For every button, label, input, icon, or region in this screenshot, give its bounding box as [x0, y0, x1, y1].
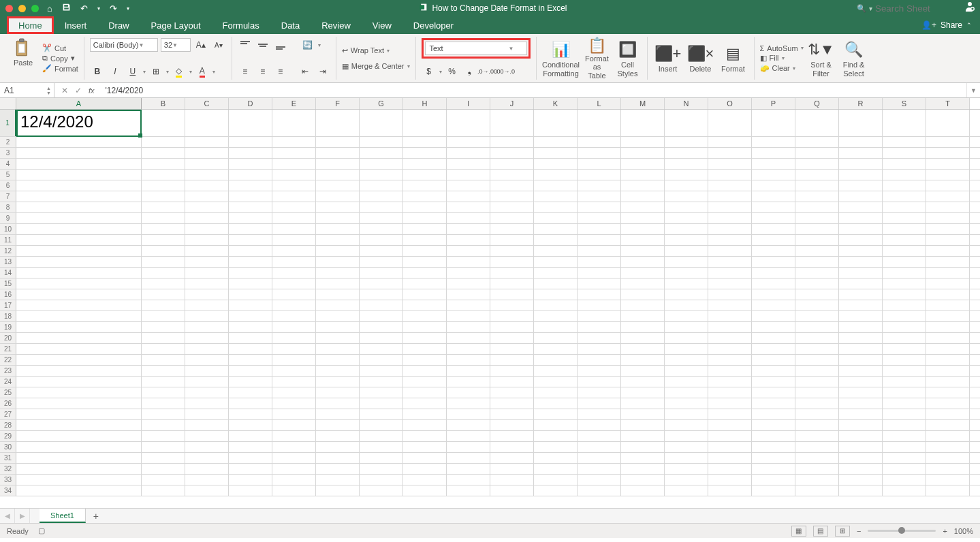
cell-I7[interactable]: [447, 191, 490, 202]
cell-O14[interactable]: [708, 268, 752, 278]
cell-N24[interactable]: [665, 377, 708, 387]
cell-L31[interactable]: [578, 453, 621, 463]
zoom-level[interactable]: 100%: [954, 527, 973, 535]
row-header-32[interactable]: 32: [0, 464, 16, 474]
cell-J4[interactable]: [490, 159, 534, 169]
cell-Q7[interactable]: [795, 191, 839, 202]
row-header-5[interactable]: 5: [0, 170, 16, 180]
cell-M24[interactable]: [621, 377, 665, 387]
cell-J22[interactable]: [490, 355, 534, 365]
cell-A1[interactable]: 12/4/2020: [16, 110, 142, 136]
cell-T9[interactable]: [926, 213, 970, 223]
sheet-nav-next[interactable]: ▶: [15, 509, 30, 523]
cell-P12[interactable]: [752, 246, 795, 256]
font-size-selector[interactable]: 32▼: [161, 38, 191, 52]
cell-S23[interactable]: [883, 366, 926, 376]
cell-T17[interactable]: [926, 300, 970, 310]
cell-L11[interactable]: [578, 235, 621, 245]
cell-Q26[interactable]: [795, 398, 839, 409]
cell-E18[interactable]: [272, 311, 316, 321]
cell-R6[interactable]: [839, 180, 883, 191]
cell-F13[interactable]: [316, 257, 360, 267]
cell-N27[interactable]: [665, 409, 708, 419]
cell-B20[interactable]: [142, 333, 185, 343]
cell-T3[interactable]: [926, 148, 970, 158]
cell-I27[interactable]: [447, 409, 490, 419]
cell-O7[interactable]: [708, 191, 752, 202]
cell-J2[interactable]: [490, 137, 534, 147]
cell-S33[interactable]: [883, 475, 926, 485]
cell-C34[interactable]: [185, 485, 229, 496]
column-header-S[interactable]: S: [883, 98, 926, 109]
name-box[interactable]: A1 ▲▼: [0, 83, 54, 97]
increase-font-icon[interactable]: A▴: [193, 38, 208, 52]
cell-S2[interactable]: [883, 137, 926, 147]
cell-R14[interactable]: [839, 268, 883, 278]
cell-S13[interactable]: [883, 257, 926, 267]
cell-R10[interactable]: [839, 224, 883, 234]
cell-N1[interactable]: [665, 110, 708, 136]
cell-G25[interactable]: [360, 387, 403, 398]
cell-E14[interactable]: [272, 268, 316, 278]
cell-G8[interactable]: [360, 202, 403, 212]
cell-A2[interactable]: [16, 137, 142, 147]
cell-F15[interactable]: [316, 278, 360, 289]
cell-M8[interactable]: [621, 202, 665, 212]
cell-F31[interactable]: [316, 453, 360, 463]
cell-C10[interactable]: [185, 224, 229, 234]
cell-F4[interactable]: [316, 159, 360, 169]
cell-C21[interactable]: [185, 344, 229, 354]
cell-T20[interactable]: [926, 333, 970, 343]
cell-A33[interactable]: [16, 475, 142, 485]
cell-A28[interactable]: [16, 420, 142, 430]
zoom-minus-icon[interactable]: −: [857, 527, 861, 535]
cell-K30[interactable]: [534, 442, 578, 452]
cell-T15[interactable]: [926, 278, 970, 289]
cell-S20[interactable]: [883, 333, 926, 343]
row-header-23[interactable]: 23: [0, 366, 16, 376]
cell-M11[interactable]: [621, 235, 665, 245]
cell-E1[interactable]: [272, 110, 316, 136]
cell-G17[interactable]: [360, 300, 403, 310]
cell-O21[interactable]: [708, 344, 752, 354]
cell-O5[interactable]: [708, 170, 752, 180]
cell-R34[interactable]: [839, 485, 883, 496]
cell-M33[interactable]: [621, 475, 665, 485]
cell-M30[interactable]: [621, 442, 665, 452]
cell-F29[interactable]: [316, 431, 360, 441]
cell-C3[interactable]: [185, 148, 229, 158]
cell-D10[interactable]: [229, 224, 272, 234]
cell-E7[interactable]: [272, 191, 316, 202]
cell-L7[interactable]: [578, 191, 621, 202]
cell-L26[interactable]: [578, 398, 621, 409]
row-header-34[interactable]: 34: [0, 485, 16, 496]
cell-A14[interactable]: [16, 268, 142, 278]
cell-P11[interactable]: [752, 235, 795, 245]
cell-B34[interactable]: [142, 485, 185, 496]
cell-L28[interactable]: [578, 420, 621, 430]
cell-N13[interactable]: [665, 257, 708, 267]
cell-A26[interactable]: [16, 398, 142, 409]
cell-D24[interactable]: [229, 377, 272, 387]
cell-E12[interactable]: [272, 246, 316, 256]
number-format-selector[interactable]: Text ▼: [425, 42, 527, 55]
cell-E33[interactable]: [272, 475, 316, 485]
cell-C19[interactable]: [185, 322, 229, 332]
cell-A29[interactable]: [16, 431, 142, 441]
cell-D3[interactable]: [229, 148, 272, 158]
cell-J28[interactable]: [490, 420, 534, 430]
cell-D14[interactable]: [229, 268, 272, 278]
cell-D13[interactable]: [229, 257, 272, 267]
cell-H3[interactable]: [403, 148, 447, 158]
cell-R17[interactable]: [839, 300, 883, 310]
cell-P7[interactable]: [752, 191, 795, 202]
cell-P1[interactable]: [752, 110, 795, 136]
accept-formula-icon[interactable]: ✓: [75, 86, 82, 95]
row-header-3[interactable]: 3: [0, 148, 16, 158]
cell-S10[interactable]: [883, 224, 926, 234]
cell-C14[interactable]: [185, 268, 229, 278]
share-button[interactable]: 👤+ Share ⌃: [921, 20, 972, 30]
cell-Q14[interactable]: [795, 268, 839, 278]
cell-N4[interactable]: [665, 159, 708, 169]
cell-R7[interactable]: [839, 191, 883, 202]
